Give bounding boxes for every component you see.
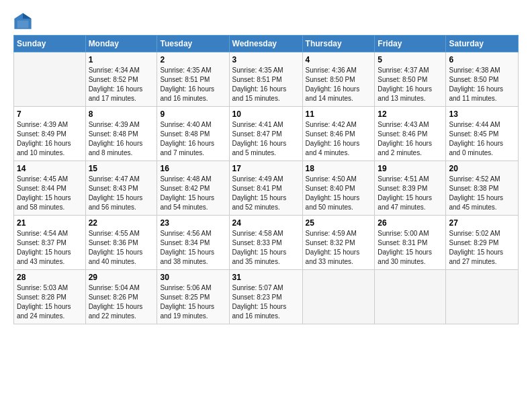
day-content: Sunrise: 4:50 AM Sunset: 8:40 PM Dayligh… — [306, 175, 372, 212]
day-cell: 12Sunrise: 4:43 AM Sunset: 8:46 PM Dayli… — [375, 107, 446, 161]
week-row-1: 1Sunrise: 4:34 AM Sunset: 8:52 PM Daylig… — [14, 52, 519, 107]
day-cell: 21Sunrise: 4:54 AM Sunset: 8:37 PM Dayli… — [14, 216, 86, 270]
day-content: Sunrise: 5:04 AM Sunset: 8:26 PM Dayligh… — [89, 283, 154, 321]
day-number: 26 — [378, 218, 443, 228]
day-cell: 14Sunrise: 4:45 AM Sunset: 8:44 PM Dayli… — [14, 161, 86, 216]
day-number: 25 — [306, 218, 372, 228]
day-content: Sunrise: 4:52 AM Sunset: 8:38 PM Dayligh… — [449, 175, 515, 212]
logo-icon — [13, 12, 32, 31]
day-cell: 25Sunrise: 4:59 AM Sunset: 8:32 PM Dayli… — [302, 216, 375, 270]
week-row-5: 28Sunrise: 5:03 AM Sunset: 8:28 PM Dayli… — [14, 270, 519, 324]
day-content: Sunrise: 4:47 AM Sunset: 8:43 PM Dayligh… — [89, 175, 154, 212]
day-content: Sunrise: 4:58 AM Sunset: 8:33 PM Dayligh… — [232, 229, 300, 267]
column-header-thursday: Thursday — [302, 36, 375, 52]
day-content: Sunrise: 4:48 AM Sunset: 8:42 PM Dayligh… — [160, 175, 226, 212]
day-cell: 22Sunrise: 4:55 AM Sunset: 8:36 PM Dayli… — [85, 216, 157, 270]
column-header-sunday: Sunday — [14, 36, 86, 52]
day-number: 1 — [89, 55, 154, 64]
svg-rect-2 — [17, 21, 29, 28]
day-cell: 8Sunrise: 4:39 AM Sunset: 8:48 PM Daylig… — [85, 107, 157, 161]
day-number: 30 — [160, 273, 226, 282]
column-header-monday: Monday — [85, 36, 157, 52]
day-content: Sunrise: 4:39 AM Sunset: 8:48 PM Dayligh… — [89, 120, 154, 158]
day-number: 15 — [89, 164, 154, 173]
day-content: Sunrise: 4:42 AM Sunset: 8:46 PM Dayligh… — [306, 120, 372, 158]
day-number: 11 — [306, 109, 372, 119]
day-content: Sunrise: 4:37 AM Sunset: 8:50 PM Dayligh… — [378, 66, 443, 103]
day-content: Sunrise: 4:35 AM Sunset: 8:51 PM Dayligh… — [232, 66, 300, 103]
svg-marker-1 — [23, 13, 32, 18]
day-cell: 19Sunrise: 4:51 AM Sunset: 8:39 PM Dayli… — [375, 161, 446, 216]
day-cell: 7Sunrise: 4:39 AM Sunset: 8:49 PM Daylig… — [14, 107, 86, 161]
day-cell: 30Sunrise: 5:06 AM Sunset: 8:25 PM Dayli… — [157, 270, 229, 324]
header-row: SundayMondayTuesdayWednesdayThursdayFrid… — [14, 36, 519, 52]
day-cell: 6Sunrise: 4:38 AM Sunset: 8:50 PM Daylig… — [446, 52, 519, 107]
day-number: 20 — [449, 164, 515, 173]
day-number: 8 — [89, 109, 154, 119]
day-cell — [375, 270, 446, 324]
day-content: Sunrise: 4:54 AM Sunset: 8:37 PM Dayligh… — [17, 229, 83, 267]
day-number: 3 — [232, 55, 300, 64]
day-number: 17 — [232, 164, 300, 173]
column-header-tuesday: Tuesday — [157, 36, 229, 52]
day-number: 10 — [232, 109, 300, 119]
day-cell: 23Sunrise: 4:56 AM Sunset: 8:34 PM Dayli… — [157, 216, 229, 270]
day-content: Sunrise: 5:02 AM Sunset: 8:29 PM Dayligh… — [449, 229, 515, 267]
day-content: Sunrise: 4:40 AM Sunset: 8:48 PM Dayligh… — [160, 120, 226, 158]
calendar-body: 1Sunrise: 4:34 AM Sunset: 8:52 PM Daylig… — [14, 52, 519, 324]
day-number: 2 — [160, 55, 226, 64]
day-cell: 15Sunrise: 4:47 AM Sunset: 8:43 PM Dayli… — [85, 161, 157, 216]
day-cell: 16Sunrise: 4:48 AM Sunset: 8:42 PM Dayli… — [157, 161, 229, 216]
logo — [13, 12, 34, 31]
day-content: Sunrise: 4:55 AM Sunset: 8:36 PM Dayligh… — [89, 229, 154, 267]
day-content: Sunrise: 4:38 AM Sunset: 8:50 PM Dayligh… — [449, 66, 515, 103]
day-content: Sunrise: 4:56 AM Sunset: 8:34 PM Dayligh… — [160, 229, 226, 267]
calendar-table: SundayMondayTuesdayWednesdayThursdayFrid… — [13, 35, 519, 324]
header — [13, 12, 519, 31]
day-cell: 18Sunrise: 4:50 AM Sunset: 8:40 PM Dayli… — [302, 161, 375, 216]
day-content: Sunrise: 5:00 AM Sunset: 8:31 PM Dayligh… — [378, 229, 443, 267]
day-cell: 20Sunrise: 4:52 AM Sunset: 8:38 PM Dayli… — [446, 161, 519, 216]
day-number: 21 — [17, 218, 83, 228]
day-cell: 17Sunrise: 4:49 AM Sunset: 8:41 PM Dayli… — [229, 161, 302, 216]
day-number: 19 — [378, 164, 443, 173]
day-number: 23 — [160, 218, 226, 228]
day-cell: 2Sunrise: 4:35 AM Sunset: 8:51 PM Daylig… — [157, 52, 229, 107]
day-number: 29 — [89, 273, 154, 282]
week-row-4: 21Sunrise: 4:54 AM Sunset: 8:37 PM Dayli… — [14, 216, 519, 270]
day-content: Sunrise: 5:06 AM Sunset: 8:25 PM Dayligh… — [160, 283, 226, 321]
day-number: 13 — [449, 109, 515, 119]
day-number: 28 — [17, 273, 83, 282]
day-number: 27 — [449, 218, 515, 228]
day-number: 24 — [232, 218, 300, 228]
column-header-friday: Friday — [375, 36, 446, 52]
day-content: Sunrise: 4:34 AM Sunset: 8:52 PM Dayligh… — [89, 66, 154, 103]
day-number: 6 — [449, 55, 515, 64]
column-header-saturday: Saturday — [446, 36, 519, 52]
day-number: 22 — [89, 218, 154, 228]
day-number: 12 — [378, 109, 443, 119]
day-content: Sunrise: 5:03 AM Sunset: 8:28 PM Dayligh… — [17, 283, 83, 321]
day-cell: 29Sunrise: 5:04 AM Sunset: 8:26 PM Dayli… — [85, 270, 157, 324]
day-content: Sunrise: 4:45 AM Sunset: 8:44 PM Dayligh… — [17, 175, 83, 212]
day-content: Sunrise: 4:49 AM Sunset: 8:41 PM Dayligh… — [232, 175, 300, 212]
day-content: Sunrise: 4:51 AM Sunset: 8:39 PM Dayligh… — [378, 175, 443, 212]
day-cell: 9Sunrise: 4:40 AM Sunset: 8:48 PM Daylig… — [157, 107, 229, 161]
day-cell: 31Sunrise: 5:07 AM Sunset: 8:23 PM Dayli… — [229, 270, 302, 324]
day-number: 7 — [17, 109, 83, 119]
calendar-header: SundayMondayTuesdayWednesdayThursdayFrid… — [14, 36, 519, 52]
week-row-3: 14Sunrise: 4:45 AM Sunset: 8:44 PM Dayli… — [14, 161, 519, 216]
day-cell: 1Sunrise: 4:34 AM Sunset: 8:52 PM Daylig… — [85, 52, 157, 107]
day-content: Sunrise: 4:41 AM Sunset: 8:47 PM Dayligh… — [232, 120, 300, 158]
day-content: Sunrise: 4:39 AM Sunset: 8:49 PM Dayligh… — [17, 120, 83, 158]
day-cell: 5Sunrise: 4:37 AM Sunset: 8:50 PM Daylig… — [375, 52, 446, 107]
day-content: Sunrise: 4:36 AM Sunset: 8:50 PM Dayligh… — [306, 66, 372, 103]
day-number: 9 — [160, 109, 226, 119]
day-number: 4 — [306, 55, 372, 64]
day-cell: 28Sunrise: 5:03 AM Sunset: 8:28 PM Dayli… — [14, 270, 86, 324]
day-number: 31 — [232, 273, 300, 282]
day-cell: 13Sunrise: 4:44 AM Sunset: 8:45 PM Dayli… — [446, 107, 519, 161]
day-cell: 4Sunrise: 4:36 AM Sunset: 8:50 PM Daylig… — [302, 52, 375, 107]
day-content: Sunrise: 4:44 AM Sunset: 8:45 PM Dayligh… — [449, 120, 515, 158]
day-number: 16 — [160, 164, 226, 173]
